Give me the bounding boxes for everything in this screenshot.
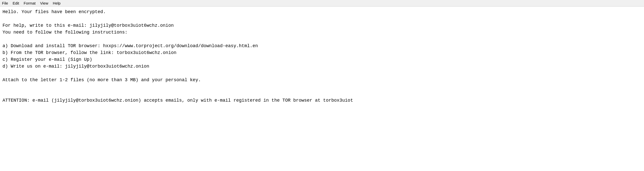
menu-file[interactable]: File xyxy=(2,1,8,5)
menu-format[interactable]: Format xyxy=(24,1,36,5)
menu-help[interactable]: Help xyxy=(53,1,61,5)
menu-bar: File Edit Format View Help xyxy=(0,0,644,7)
main-content: Hello. Your files have been encrypted. F… xyxy=(0,7,644,106)
menu-view[interactable]: View xyxy=(40,1,48,5)
menu-edit[interactable]: Edit xyxy=(13,1,19,5)
